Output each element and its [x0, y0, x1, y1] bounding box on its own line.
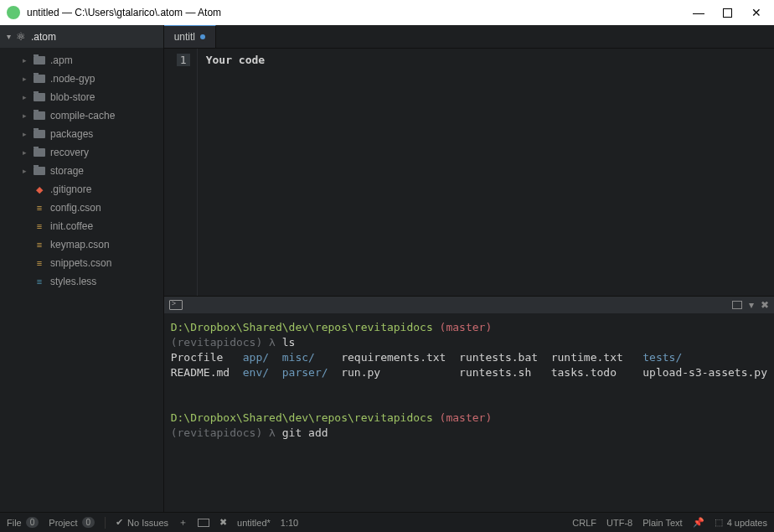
sb-new-terminal[interactable]: ＋ [178, 516, 188, 529]
line-number: 1 [177, 54, 190, 66]
tree-label: config.cson [50, 202, 101, 214]
git-icon: ◆ [34, 183, 45, 195]
database-icon: ≡ [34, 257, 45, 269]
x-icon: ✖ [219, 517, 227, 528]
tab-bar: untitl [164, 25, 774, 49]
tree-file[interactable]: ≡snippets.cson [0, 254, 163, 272]
database-icon: ≡ [34, 202, 45, 214]
sb-file[interactable]: File0 [7, 517, 39, 528]
atom-icon: ⚛ [16, 30, 26, 43]
minimize-button[interactable]: — [693, 7, 704, 18]
chevron-right-icon: ▸ [20, 148, 28, 157]
database-icon: ≡ [34, 239, 45, 251]
tree-file[interactable]: ≡init.coffee [0, 217, 163, 235]
chevron-down-icon: ▾ [7, 32, 11, 41]
chevron-right-icon: ▸ [20, 75, 28, 83]
folder-icon [34, 167, 45, 175]
tree-label: styles.less [50, 276, 96, 287]
window-title: untitled — C:\Users\gtalarico\.atom — At… [27, 7, 693, 18]
check-icon: ✔ [116, 517, 123, 528]
folder-icon [34, 130, 45, 138]
tree-folder[interactable]: ▸storage [0, 162, 163, 180]
code-area[interactable]: Your code [198, 49, 774, 296]
app-icon [7, 6, 20, 19]
folder-icon [34, 75, 45, 83]
close-button[interactable]: ✕ [751, 7, 762, 18]
sb-encoding[interactable]: UTF-8 [606, 518, 632, 528]
text-editor[interactable]: 1 Your code [164, 49, 774, 296]
file-tree-sidebar: ▾ ⚛ .atom ▸.apm▸.node-gyp▸blob-store▸com… [0, 25, 164, 512]
tree-file[interactable]: ≡keymap.cson [0, 235, 163, 254]
tree-folder[interactable]: ▸recovery [0, 143, 163, 162]
chevron-right-icon: ▸ [20, 111, 28, 120]
code-line: Your code [206, 54, 265, 66]
folder-icon [34, 56, 45, 65]
tree-folder[interactable]: ▸.apm [0, 51, 163, 70]
folder-icon [34, 93, 45, 101]
tree-folder[interactable]: ▸compile-cache [0, 106, 163, 125]
tree-file[interactable]: ≡styles.less [0, 272, 163, 291]
tree-label: .node-gyp [50, 73, 95, 85]
modified-indicator-icon [200, 34, 205, 39]
sb-eol[interactable]: CRLF [572, 518, 596, 528]
tree-label: compile-cache [50, 110, 115, 121]
terminal-output[interactable]: D:\Dropbox\Shared\dev\repos\revitapidocs… [164, 313, 774, 447]
tree-folder[interactable]: ▸blob-store [0, 88, 163, 106]
terminal-panel: ▾ ✖ D:\Dropbox\Shared\dev\repos\revitapi… [164, 296, 774, 512]
tree-root[interactable]: ▾ ⚛ .atom [0, 25, 163, 48]
plus-icon: ＋ [178, 516, 188, 529]
terminal-icon[interactable] [169, 300, 183, 310]
database-icon: ≡ [34, 220, 45, 232]
sb-issues[interactable]: ✔No Issues [116, 517, 168, 528]
sb-terminal[interactable] [198, 519, 209, 527]
window-titlebar: untitled — C:\Users\gtalarico\.atom — At… [0, 0, 774, 25]
status-bar: File0 Project0 ✔No Issues ＋ ✖ untitled* … [0, 512, 774, 532]
tab-label: untitl [174, 31, 195, 43]
terminal-icon [198, 519, 209, 527]
folder-icon [34, 148, 45, 157]
tree-label: packages [50, 128, 93, 140]
root-label: .atom [31, 31, 56, 43]
chevron-right-icon: ▸ [20, 56, 28, 65]
tree-file[interactable]: ≡config.cson [0, 199, 163, 217]
tree-label: .gitignore [50, 183, 91, 195]
sb-project[interactable]: Project0 [49, 517, 95, 528]
chevron-right-icon: ▸ [20, 93, 28, 101]
sb-cursor-pos[interactable]: 1:10 [281, 518, 298, 528]
maximize-button[interactable] [723, 8, 732, 18]
sb-close[interactable]: ✖ [219, 517, 227, 528]
tree-label: storage [50, 165, 84, 177]
close-panel-icon[interactable]: ✖ [761, 299, 769, 311]
tree-label: keymap.cson [50, 239, 110, 251]
tab-untitled[interactable]: untitl [164, 25, 216, 48]
tree-folder[interactable]: ▸.node-gyp [0, 70, 163, 88]
less-icon: ≡ [34, 276, 45, 287]
tree-folder[interactable]: ▸packages [0, 125, 163, 143]
chevron-down-icon[interactable]: ▾ [749, 299, 754, 311]
folder-icon [34, 111, 45, 120]
gutter: 1 [164, 49, 198, 296]
tree-label: init.coffee [50, 220, 93, 232]
sb-filename[interactable]: untitled* [237, 518, 271, 528]
tree-label: recovery [50, 147, 89, 158]
terminal-toolbar: ▾ ✖ [164, 297, 774, 313]
chevron-right-icon: ▸ [20, 167, 28, 175]
fullscreen-icon[interactable] [732, 301, 742, 309]
sb-updates[interactable]: ⬚4 updates [715, 517, 767, 528]
tree-label: snippets.cson [50, 257, 111, 269]
tree-label: .apm [50, 54, 73, 66]
chevron-right-icon: ▸ [20, 130, 28, 138]
pin-icon[interactable]: 📌 [693, 517, 704, 528]
sb-language[interactable]: Plain Text [642, 518, 683, 528]
tree-label: blob-store [50, 91, 95, 103]
package-icon: ⬚ [715, 517, 723, 528]
tree-file[interactable]: ◆.gitignore [0, 180, 163, 199]
